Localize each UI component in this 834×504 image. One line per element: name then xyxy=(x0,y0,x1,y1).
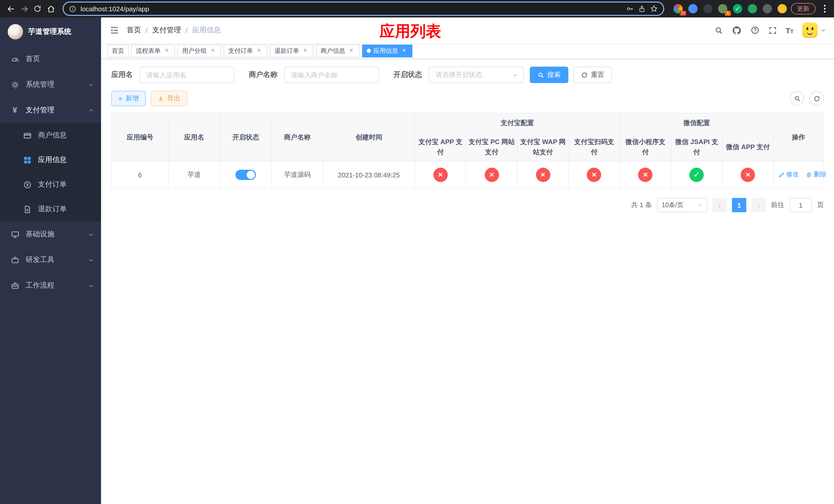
chevron-down-icon xyxy=(88,257,94,263)
tab-home[interactable]: 首页 xyxy=(107,44,129,57)
share-icon[interactable] xyxy=(638,5,646,13)
sidebar-item-label: 退款订单 xyxy=(38,205,67,214)
top-navbar: 首页 / 支付管理 / 应用信息 应用列表 xyxy=(101,18,834,43)
sidebar-item-workflow[interactable]: 工作流程 xyxy=(0,273,101,298)
extension-chat-icon[interactable] xyxy=(748,4,757,13)
merchant-name-input[interactable] xyxy=(284,67,379,83)
tab-process-form[interactable]: 流程表单× xyxy=(131,44,175,57)
sidebar-item-system[interactable]: 系统管理 xyxy=(0,72,101,97)
search-button[interactable]: 搜索 xyxy=(530,67,568,83)
col-header-app-id: 应用编号 xyxy=(112,113,169,161)
extension-green-check-icon[interactable]: ✓ xyxy=(733,4,742,13)
extension-badge: 1 xyxy=(725,11,731,16)
sidebar-item-refund-order[interactable]: 退款订单 xyxy=(0,197,101,222)
github-icon[interactable] xyxy=(732,25,741,35)
app-logo[interactable]: 芋道管理系统 xyxy=(0,18,101,46)
avatar[interactable] xyxy=(802,23,818,38)
table-toolbar: + 新增 导出 xyxy=(111,91,824,106)
export-button[interactable]: 导出 xyxy=(151,91,187,106)
dashboard-icon xyxy=(10,54,20,63)
app-name-label: 应用名 xyxy=(111,70,133,79)
tab-close-icon[interactable]: × xyxy=(209,47,216,54)
tab-close-icon[interactable]: × xyxy=(401,47,408,54)
chrome-update-button[interactable]: 更新 xyxy=(791,3,815,14)
tab-refund-order[interactable]: 退款订单× xyxy=(270,44,313,57)
reload-icon[interactable] xyxy=(31,2,44,15)
col-header-app-name: 应用名 xyxy=(169,113,220,161)
extension-colorful-icon[interactable]: 10 xyxy=(674,4,683,13)
coin-yen-icon xyxy=(23,180,32,189)
pagination-total: 共 1 条 xyxy=(631,201,652,210)
status-toggle[interactable] xyxy=(236,170,256,180)
sidebar-item-home[interactable]: 首页 xyxy=(0,46,101,72)
next-page-button[interactable]: › xyxy=(751,198,766,212)
address-bar[interactable]: localhost:1024/pay/app xyxy=(63,2,664,16)
fullscreen-icon[interactable] xyxy=(768,26,777,35)
search-icon[interactable] xyxy=(714,26,723,35)
chevron-down-icon xyxy=(821,28,826,33)
extension-dark-icon[interactable] xyxy=(703,4,712,13)
toggle-search-icon[interactable] xyxy=(790,91,804,106)
help-icon[interactable] xyxy=(750,26,760,35)
sidebar-item-infra[interactable]: 基础设施 xyxy=(0,222,101,247)
col-header-alipay-wap: 支付宝 WAP 网站支付 xyxy=(517,133,569,161)
refresh-icon[interactable] xyxy=(809,91,824,106)
wechat-jsapi-status-icon: ✓ xyxy=(689,168,704,182)
user-menu[interactable] xyxy=(802,23,826,38)
sidebar-collapse-icon[interactable] xyxy=(109,25,119,36)
navbar-actions: TT xyxy=(714,23,826,38)
tab-close-icon[interactable]: × xyxy=(302,47,309,54)
home-icon[interactable] xyxy=(44,2,58,15)
edit-button[interactable]: 修改 xyxy=(778,170,799,179)
url-text[interactable]: localhost:1024/pay/app xyxy=(81,5,622,13)
cell-operations: 修改 删除 xyxy=(773,161,824,188)
tab-app-info[interactable]: 应用信息× xyxy=(362,44,412,57)
chevron-down-icon xyxy=(88,283,94,289)
sidebar-item-merchant-info[interactable]: 商户信息 xyxy=(0,123,101,148)
merchant-name-label: 商户名称 xyxy=(249,70,278,79)
col-header-merchant: 商户名称 xyxy=(272,113,323,161)
browser-menu-icon[interactable] xyxy=(820,5,830,13)
tab-close-icon[interactable]: × xyxy=(163,47,170,54)
tab-close-icon[interactable]: × xyxy=(256,47,263,54)
page-size-select[interactable]: 10条/页 xyxy=(657,198,707,212)
sidebar-item-payment[interactable]: ¥ 支付管理 xyxy=(0,97,101,123)
sidebar-item-label: 商户信息 xyxy=(38,131,67,140)
font-size-icon[interactable]: TT xyxy=(786,26,793,34)
page-title: 应用列表 xyxy=(379,21,441,42)
chevron-up-icon xyxy=(88,108,94,113)
sidebar-item-pay-order[interactable]: 支付订单 xyxy=(0,172,101,197)
extension-emoji-icon[interactable] xyxy=(777,4,787,13)
tab-user-group[interactable]: 用户分组× xyxy=(177,44,221,57)
breadcrumb: 首页 / 支付管理 / 应用信息 xyxy=(127,26,221,35)
bookmark-star-icon[interactable] xyxy=(650,5,658,13)
cell-merchant: 芋道源码 xyxy=(272,161,323,188)
breadcrumb-payment[interactable]: 支付管理 xyxy=(152,26,181,35)
page-1-button[interactable]: 1 xyxy=(732,198,746,212)
back-icon[interactable] xyxy=(4,2,18,15)
delete-button[interactable]: 删除 xyxy=(806,170,827,179)
add-button[interactable]: + 新增 xyxy=(111,91,146,106)
reset-button[interactable]: 重置 xyxy=(573,67,612,83)
app-title: 芋道管理系统 xyxy=(28,27,71,37)
tab-pay-order[interactable]: 支付订单× xyxy=(224,44,267,57)
col-header-wechat-app: 微信 APP 支付 xyxy=(722,133,774,161)
jump-page-input[interactable] xyxy=(789,198,812,212)
status-select[interactable]: 请选择开启状态 xyxy=(429,67,524,83)
password-key-icon[interactable] xyxy=(626,5,634,13)
tab-merchant-info[interactable]: 商户信息× xyxy=(316,44,359,57)
sidebar-item-label: 工作流程 xyxy=(26,281,54,290)
sidebar-item-dev-tools[interactable]: 研发工具 xyxy=(0,247,101,273)
site-info-icon[interactable] xyxy=(69,5,76,13)
app-name-input[interactable] xyxy=(139,67,235,83)
extension-puzzle-icon[interactable] xyxy=(763,4,772,13)
tab-close-icon[interactable]: × xyxy=(348,47,355,54)
extension-avatar-icon[interactable]: 1 xyxy=(718,4,727,13)
prev-page-button[interactable]: ‹ xyxy=(712,198,727,212)
breadcrumb-home[interactable]: 首页 xyxy=(127,26,141,35)
forward-icon[interactable] xyxy=(18,2,31,15)
extension-blue-icon[interactable] xyxy=(688,4,698,13)
status-select-placeholder: 请选择开启状态 xyxy=(436,70,482,79)
col-group-alipay: 支付宝配置 xyxy=(415,113,620,133)
sidebar-item-app-info[interactable]: 应用信息 xyxy=(0,148,101,172)
